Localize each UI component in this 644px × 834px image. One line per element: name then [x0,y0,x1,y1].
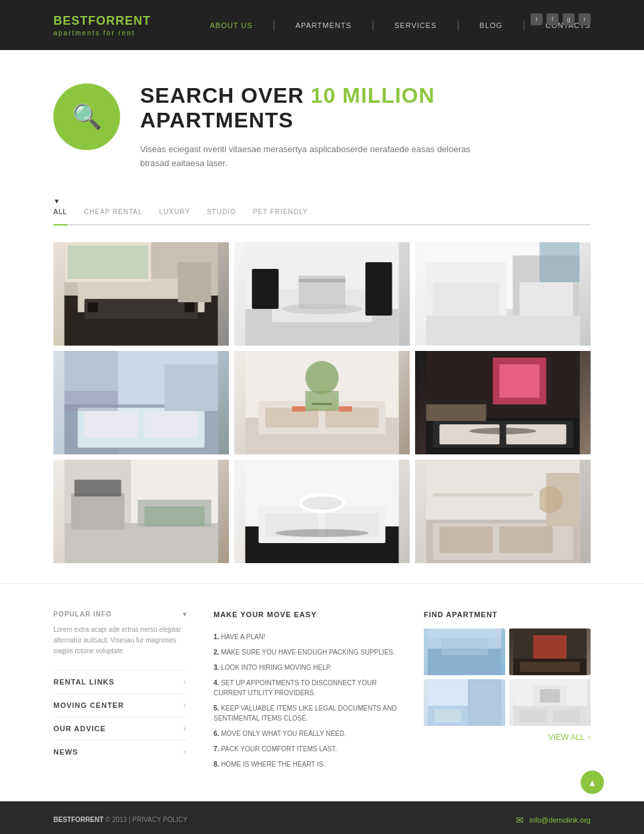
view-all-text: VIEW ALL [548,733,585,742]
hero-title-prefix: SEARCH OVER [140,83,311,107]
gallery-item[interactable] [415,351,591,454]
svg-rect-88 [434,709,461,723]
gallery-item[interactable] [53,460,229,563]
nav-sep-3: | [456,19,459,31]
gallery-item[interactable] [234,351,410,454]
svg-rect-40 [292,406,306,412]
logo-subtitle: apartments for rent [53,29,151,37]
room-image-1 [53,242,229,346]
step-1: HAVE A PLAN! [214,632,397,642]
move-steps-list: HAVE A PLAN! MAKE SURE YOU HAVE ENOUGH P… [214,632,397,769]
footer-copyright-year: © 2013 [105,816,127,823]
svg-rect-84 [520,662,580,672]
filter-tab-cheap[interactable]: CHEAP RENTAL [84,208,143,219]
svg-rect-28 [165,364,218,411]
svg-rect-56 [71,493,125,530]
svg-rect-72 [500,526,553,553]
nav-blog[interactable]: BLOG [480,21,503,29]
email-icon: ✉ [516,815,524,825]
nav-about[interactable]: ABOUT US [210,21,252,29]
room-image-2 [234,242,410,346]
svg-rect-80 [428,629,501,639]
svg-rect-23 [540,242,580,282]
svg-point-65 [276,529,369,537]
sidebar-links-list: RENTAL LINKS › MOVING CENTER › OUR ADVIC… [53,670,187,763]
popular-info-chevron[interactable]: ▾ [183,610,187,618]
moving-center-label: MOVING CENTER [53,701,124,709]
sidebar-link-moving[interactable]: MOVING CENTER › [53,693,187,717]
sidebar-link-news[interactable]: NEWS › [53,740,187,763]
filter-tab-all[interactable]: ALL [53,208,67,226]
svg-rect-21 [520,282,573,316]
facebook-icon[interactable]: f [547,13,559,25]
nav-apartments[interactable]: APARTMENTS [296,21,352,29]
nav-sep-4: | [523,19,525,31]
hero-content: SEARCH OVER 10 MILLION APARTMENTS Viseas… [140,83,591,171]
svg-rect-22 [433,282,500,316]
nav-services[interactable]: SERVICES [394,21,436,29]
rss-icon[interactable]: r [579,13,591,25]
moving-chevron-icon: › [184,701,187,710]
make-move-title: MAKE YOUR MOVE EASY [214,610,397,618]
apt-thumb-4[interactable] [509,679,591,726]
filter-tab-luxury[interactable]: LUXURY [159,208,190,219]
filter-section: ▼ ALL CHEAP RENTAL LUXURY STUDIO PET FRI… [0,197,644,232]
svg-rect-29 [65,391,118,411]
room-image-3 [415,242,591,346]
svg-rect-14 [252,269,279,309]
hero-title: SEARCH OVER 10 MILLION APARTMENTS [140,83,591,133]
apt-thumb-3[interactable] [424,679,505,726]
svg-rect-93 [553,709,580,723]
svg-rect-39 [312,403,332,405]
footer-email-address[interactable]: info@demolink.org [529,816,591,824]
svg-rect-50 [426,404,487,421]
svg-rect-92 [520,709,547,723]
gallery-item[interactable] [415,460,591,563]
find-apartment-column: FIND APARTMENT [424,610,591,775]
make-move-column: MAKE YOUR MOVE EASY HAVE A PLAN! MAKE SU… [214,610,397,775]
svg-rect-45 [500,364,540,398]
apartment-thumbnails-grid [424,629,591,726]
filter-tab-studio[interactable]: STUDIO [207,208,236,219]
svg-rect-48 [440,424,500,444]
twitter-icon[interactable]: t [531,13,543,25]
advice-chevron-icon: › [184,724,187,733]
sidebar-link-advice[interactable]: OUR ADVICE › [53,717,187,740]
gallery-item[interactable] [234,242,410,346]
gallery-item[interactable] [234,460,410,563]
view-all-link[interactable]: VIEW ALL › [424,733,591,742]
filter-dropdown-arrow[interactable]: ▼ [53,197,591,205]
svg-rect-4 [178,262,212,302]
svg-rect-30 [85,411,138,438]
gallery-section [0,232,644,583]
apt-thumb-2[interactable] [509,629,591,675]
svg-rect-41 [339,406,352,412]
svg-point-74 [537,486,563,513]
room-image-7 [53,460,229,563]
hero-description: Viseas eciegast nveriti vitaesae meraser… [140,143,474,171]
sidebar-link-rental[interactable]: RENTAL LINKS › [53,670,187,693]
svg-rect-8 [185,302,195,312]
rental-chevron-icon: › [184,677,187,687]
popular-info-title: POPULAR INFO ▾ [53,610,187,618]
footer-brand: BESTFORRENT [53,816,103,823]
step-5: KEEP VALUABLE ITEMS LIKE LEGAL DOCUMENTS… [214,703,397,723]
svg-rect-76 [433,493,533,496]
gallery-item[interactable] [53,351,229,454]
hero-section: 🔍 SEARCH OVER 10 MILLION APARTMENTS Vise… [0,50,644,197]
step-7: PACK YOUR COMFORT ITEMS LAST. [214,744,397,754]
svg-rect-95 [540,689,560,703]
gallery-item[interactable] [53,242,229,346]
gallery-item[interactable] [415,242,591,346]
footer-email: ✉ info@demolink.org [516,815,591,825]
filter-tab-pet[interactable]: PET FRIENDLY [253,208,308,219]
apt-thumb-1[interactable] [424,629,505,675]
social-icons-group: t f g r [531,13,591,25]
google-icon[interactable]: g [563,13,575,25]
rental-links-label: RENTAL LINKS [53,678,115,686]
svg-rect-59 [145,506,205,526]
privacy-policy-link[interactable]: PRIVACY POLICY [132,816,187,823]
svg-rect-71 [440,526,493,553]
bottom-footer: BESTFORRENT © 2013 | PRIVACY POLICY ✉ in… [0,801,644,834]
find-apartment-title: FIND APARTMENT [424,610,591,618]
